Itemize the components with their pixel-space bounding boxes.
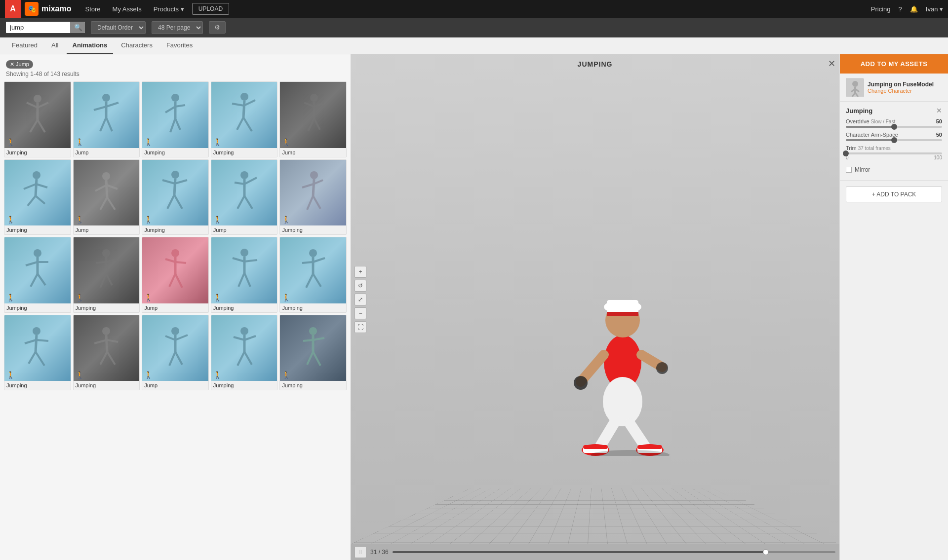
thumb-10: 🚶 [4, 237, 71, 303]
reset-view-button[interactable]: ↺ [355, 280, 366, 292]
user-menu[interactable]: Ivan ▾ [926, 5, 943, 13]
grid-item-1[interactable]: 🚶 Jump [73, 81, 140, 157]
grid-item-11[interactable]: 🚶 Jumping [73, 237, 140, 313]
tab-all[interactable]: All [45, 37, 64, 54]
pricing-link[interactable]: Pricing [871, 5, 891, 13]
close-anim-button[interactable]: ✕ [936, 107, 942, 114]
grid-item-9[interactable]: 🚶 Jumping [279, 159, 347, 235]
grid-item-15[interactable]: 🚶 Jumping [4, 315, 71, 391]
svg-line-37 [106, 180, 107, 197]
item-label-8: Jump [211, 225, 277, 234]
sort-select[interactable]: Default Order [91, 21, 146, 34]
tab-featured[interactable]: Featured [6, 37, 43, 54]
seek-bar[interactable] [393, 551, 835, 553]
grid-item-14[interactable]: 🚶 Jumping [279, 237, 347, 313]
grid-item-5[interactable]: 🚶 Jumping [4, 159, 71, 235]
item-label-10: Jumping [4, 303, 71, 312]
grid-item-3[interactable]: 🚶 Jumping [211, 81, 278, 157]
grid-item-16[interactable]: 🚶 Jumping [73, 315, 140, 391]
svg-line-28 [308, 118, 314, 131]
zoom-out-button[interactable]: − [355, 307, 366, 319]
item-label-19: Jumping [280, 381, 346, 390]
add-to-pack-button[interactable]: + ADD TO PACK [846, 187, 942, 202]
perpage-select[interactable]: 48 Per page [152, 21, 203, 34]
svg-point-54 [310, 171, 318, 179]
walk-icon-11: 🚶 [76, 294, 84, 301]
svg-line-86 [302, 262, 313, 263]
tab-animations[interactable]: Animations [67, 37, 114, 54]
walk-icon-17: 🚶 [144, 371, 153, 379]
nav-store[interactable]: Store [79, 0, 106, 18]
preview-area: JUMPING ✕ + ↺ ⤢ − ⛶ [351, 54, 839, 544]
svg-line-98 [94, 340, 107, 343]
param-overdrive: Overdrive Slow / Fast 50 [846, 118, 942, 128]
help-icon[interactable]: ? [899, 5, 902, 13]
grid-item-0[interactable]: 🚶 Jumping [4, 81, 71, 157]
item-label-7: Jumping [142, 225, 208, 234]
svg-rect-125 [607, 312, 638, 316]
search-button[interactable]: 🔍 [70, 22, 85, 33]
svg-rect-124 [607, 300, 638, 314]
svg-line-91 [36, 335, 37, 352]
nav-my-assets[interactable]: My Assets [107, 0, 148, 18]
item-label-14: Jumping [280, 303, 346, 312]
add-to-assets-button[interactable]: ADD TO MY ASSETS [840, 54, 948, 74]
change-character-link[interactable]: Change Character [868, 88, 942, 94]
overdrive-slider[interactable] [846, 126, 942, 128]
svg-line-33 [36, 184, 47, 187]
grid-item-7[interactable]: 🚶 Jumping [142, 159, 209, 235]
svg-point-108 [240, 327, 248, 335]
filter-tag-jump[interactable]: ✕ Jump [6, 60, 33, 69]
fullscreen-button[interactable]: ⛶ [355, 321, 366, 333]
grid-item-10[interactable]: 🚶 Jumping [4, 237, 71, 313]
nav-products[interactable]: Products ▾ [148, 0, 190, 18]
svg-line-105 [175, 335, 188, 340]
svg-line-39 [107, 185, 118, 189]
grid-item-6[interactable]: 🚶 Jump [73, 159, 140, 235]
notifications-icon[interactable]: 🔔 [910, 5, 918, 13]
grid-item-18[interactable]: 🚶 Jumping [211, 315, 278, 391]
grid-item-4[interactable]: 🚶 Jump [279, 81, 347, 157]
search-input[interactable] [6, 22, 70, 33]
thumb-18: 🚶 [211, 315, 277, 381]
svg-point-42 [171, 171, 179, 179]
pause-button[interactable]: ⏸ [355, 546, 366, 558]
grid-item-8[interactable]: 🚶 Jump [211, 159, 278, 235]
walk-icon-15: 🚶 [6, 371, 15, 379]
svg-line-11 [106, 117, 112, 131]
seek-handle[interactable] [763, 549, 769, 555]
svg-line-50 [235, 183, 244, 184]
arm-space-slider[interactable] [846, 139, 942, 141]
mirror-row: Mirror [846, 164, 942, 175]
close-preview-button[interactable]: ✕ [828, 58, 835, 69]
tab-favorites[interactable]: Favorites [160, 37, 198, 54]
grid-item-17[interactable]: 🚶 Jump [142, 315, 209, 391]
svg-line-55 [313, 179, 314, 196]
svg-line-10 [100, 117, 106, 131]
svg-line-75 [175, 262, 186, 263]
trim-slider[interactable] [846, 152, 942, 154]
svg-line-52 [237, 196, 244, 209]
thumb-8: 🚶 [211, 160, 277, 226]
mirror-checkbox[interactable] [846, 167, 852, 173]
character-selector: Jumping on FuseModel Change Character [840, 74, 948, 102]
zoom-in-button[interactable]: + [355, 266, 366, 278]
svg-line-14 [165, 107, 175, 112]
thumb-1: 🚶 [74, 82, 140, 148]
fit-button[interactable]: ⤢ [355, 294, 366, 305]
animation-params-section: Jumping ✕ Overdrive Slow / Fast 50 Chara… [840, 102, 948, 181]
grid-item-12[interactable]: 🚶 Jump [142, 237, 209, 313]
svg-line-116 [303, 340, 313, 341]
grid-item-2[interactable]: 🚶 Jumping [142, 81, 209, 157]
grid-item-13[interactable]: 🚶 Jumping [211, 237, 278, 313]
upload-button[interactable]: UPLOAD [192, 3, 229, 15]
item-label-4: Jump [280, 148, 346, 157]
thumb-13: 🚶 [211, 237, 277, 303]
character-anim-name: Jumping on FuseModel [868, 81, 942, 88]
svg-line-113 [244, 352, 252, 365]
grid-item-19[interactable]: 🚶 Jumping [279, 315, 347, 391]
tab-characters[interactable]: Characters [115, 37, 158, 54]
svg-line-99 [107, 340, 118, 342]
svg-line-26 [304, 103, 314, 107]
settings-button[interactable]: ⚙ [209, 21, 226, 34]
